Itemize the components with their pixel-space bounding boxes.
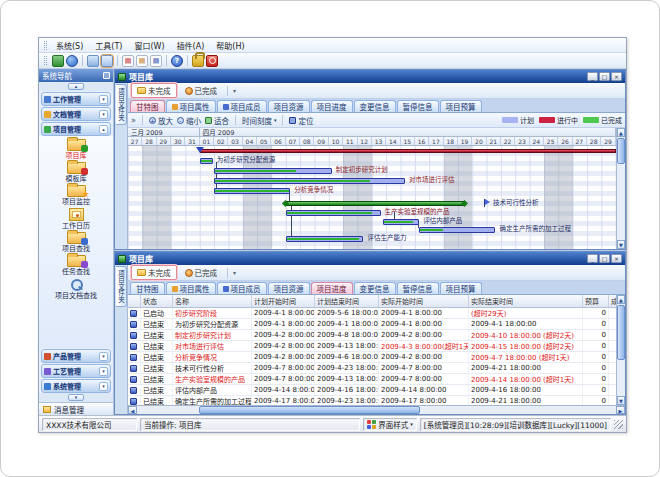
table-tab-变更信息[interactable]: 变更信息 (354, 282, 396, 294)
sidebar-item-模板库[interactable]: 模板库 (66, 162, 87, 183)
gantt-filter-tab-已完成[interactable]: 已完成 (180, 84, 223, 97)
table-row[interactable]: 已结束对市场进行评估2009-4-2 8:00:002009-4-13 18:0… (128, 341, 616, 352)
gantt-tab-变更信息[interactable]: 变更信息 (354, 100, 396, 112)
scroll-left-arrow[interactable]: ◀ (128, 406, 137, 414)
table-row[interactable]: 已结束技术可行性分析2009-4-7 8:00:002009-4-23 18:0… (128, 363, 616, 374)
gantt-bar-task[interactable] (200, 158, 213, 164)
column-header-实际结束时间[interactable]: 实际结束时间 (469, 295, 583, 307)
table-horizontal-scrollbar[interactable]: ◀ ▶ (128, 405, 625, 414)
column-header-预算[interactable]: 预算 (583, 295, 609, 307)
column-header-成[interactable]: 成 (609, 295, 616, 307)
scroll-thumb[interactable] (617, 305, 625, 360)
table-tab-项目属性[interactable]: 项目属性 (166, 282, 216, 294)
menu-item-系统(S)[interactable]: 系统(S) (50, 40, 89, 51)
sidebar-group-项目管理[interactable]: 项目管理▴ (41, 122, 111, 136)
menu-item-工具(T)[interactable]: 工具(T) (89, 40, 128, 51)
gantt-tab-项目预算[interactable]: 项目预算 (440, 100, 482, 112)
column-header-名称[interactable]: 名称 (173, 295, 252, 307)
sidebar-tab-message-manager[interactable]: 消息管理 (39, 402, 113, 415)
gantt-tab-暂停信息[interactable]: 暂停信息 (397, 100, 439, 112)
table-row[interactable]: 已结束确定生产所需的加工过程2009-4-17 8:00:002009-4-23… (128, 396, 616, 405)
table-tab-项目进度[interactable]: 项目进度 (311, 282, 353, 294)
scroll-down-arrow[interactable]: ▼ (617, 396, 625, 405)
new-window-icon[interactable] (52, 55, 64, 67)
resize-grip[interactable] (614, 420, 623, 429)
chevron-down-icon[interactable]: ▾ (99, 367, 108, 376)
sidebar-item-项目监控[interactable]: ★项目监控 (62, 185, 90, 206)
gantt-chart[interactable]: 为初步研究分配资源制定初步研究计划对市场进行评估分析竞争情况技术可行性分析生产实… (128, 146, 616, 249)
gantt-bar-task[interactable] (419, 227, 495, 233)
sidebar-group-系统管理[interactable]: 系统管理▾ (41, 379, 111, 393)
sidebar-item-任务查找[interactable]: 任务查找 (62, 255, 90, 276)
gantt-tab-项目属性[interactable]: 项目属性 (166, 100, 216, 112)
scroll-thumb[interactable] (617, 138, 625, 164)
report-orange-icon[interactable]: ▤ (136, 55, 148, 67)
web-icon[interactable] (66, 55, 78, 67)
table-row[interactable]: 已启动初步研究阶段2009-4-1 8:00:002009-5-6 18:00:… (128, 308, 616, 319)
report-red-icon[interactable]: ▤ (122, 55, 134, 67)
menu-item-窗口(W)[interactable]: 窗口(W) (128, 40, 170, 51)
sidebar-expand-button[interactable]: ▾ (68, 394, 84, 401)
gantt-tab-项目资源[interactable]: 项目资源 (268, 100, 310, 112)
table-tab-甘特图[interactable]: 甘特图 (130, 282, 165, 294)
ui-style-selector[interactable]: 界面样式 ▾ (363, 418, 417, 431)
sidebar-group-文档管理[interactable]: 文档管理▾ (41, 107, 111, 121)
sidebar-item-项目文档查找[interactable]: 项目文档查找 (55, 278, 97, 300)
sidebar-item-工作日历[interactable]: 工作日历 (62, 208, 90, 230)
folder-icon[interactable] (87, 55, 99, 67)
gantt-vertical-scrollbar[interactable]: ▲ ▼ (616, 128, 625, 249)
chevron-down-icon[interactable]: ▾ (99, 110, 108, 119)
chevron-up-icon[interactable]: ▴ (99, 125, 108, 134)
column-header-计划开始时间[interactable]: 计划开始时间 (252, 295, 315, 307)
table-row[interactable]: 已结束生产实验室规模的产品2009-4-7 8:00:002009-4-13 1… (128, 374, 616, 385)
restore-button[interactable]: □ (599, 72, 610, 81)
table-row[interactable]: 已结束评估内部产品2009-4-14 8:00:002009-4-16 18:0… (128, 385, 616, 396)
scroll-up-arrow[interactable]: ▲ (617, 128, 625, 137)
minimize-button[interactable]: _ (587, 254, 598, 263)
close-button[interactable]: × (611, 254, 622, 263)
lock-icon[interactable] (192, 55, 204, 67)
table-vertical-scrollbar[interactable]: ▲ ▼ (616, 295, 625, 405)
sidebar-group-产品管理[interactable]: 产品管理▾ (41, 349, 111, 363)
restore-button[interactable]: □ (599, 254, 610, 263)
pin-icon[interactable] (103, 72, 110, 79)
gantt-bar-task[interactable] (286, 210, 381, 216)
table-filter-tab-已完成[interactable]: 已完成 (180, 266, 223, 279)
table-tab-暂停信息[interactable]: 暂停信息 (397, 282, 439, 294)
report-blue-icon[interactable]: ▤ (150, 55, 162, 67)
gantt-folder-tab[interactable]: 项目文件夹 (116, 84, 127, 125)
locate-button[interactable]: 定位 (289, 115, 313, 126)
sidebar-group-工艺管理[interactable]: 工艺管理▾ (41, 364, 111, 378)
overflow-chevron-icon[interactable]: ▾ (233, 269, 236, 276)
gantt-tab-甘特图[interactable]: 甘特图 (130, 100, 165, 112)
zoom-out-button[interactable]: -缩小 (177, 115, 201, 126)
overflow-chevron-icon[interactable]: ▾ (233, 87, 236, 94)
sidebar-item-项目库[interactable]: 项目库 (66, 139, 87, 160)
gantt-tab-项目进度[interactable]: 项目进度 (311, 100, 353, 112)
table-row[interactable]: 已结束为初步研究分配资源2009-4-1 8:00:002009-4-1 18:… (128, 319, 616, 330)
gantt-bar-task[interactable] (214, 168, 332, 174)
gantt-tab-项目成员[interactable]: 项目成员 (217, 100, 267, 112)
scroll-up-arrow[interactable]: ▲ (617, 295, 625, 304)
table-folder-tab[interactable]: 项目文件夹 (116, 266, 127, 307)
table-tab-项目成员[interactable]: 项目成员 (217, 282, 267, 294)
fit-button[interactable]: 适合 (205, 115, 229, 126)
gantt-bar-task[interactable] (383, 219, 419, 225)
minimize-button[interactable]: _ (587, 72, 598, 81)
scroll-right-arrow[interactable]: ▶ (616, 406, 625, 414)
column-header-计划结束时间[interactable]: 计划结束时间 (315, 295, 379, 307)
gantt-bar-task[interactable] (214, 188, 290, 194)
column-header-实际开始时间[interactable]: 实际开始时间 (379, 295, 469, 307)
scroll-thumb[interactable] (199, 406, 419, 414)
gantt-filter-tab-未完成[interactable]: 未完成 (131, 83, 177, 98)
help-icon[interactable]: ? (171, 55, 183, 67)
menu-item-帮助(H)[interactable]: 帮助(H) (210, 40, 250, 51)
time-scale-button[interactable]: 时间刻度▾ (242, 115, 277, 126)
table-row[interactable]: 已结束分析竞争情况2009-4-2 8:00:002009-4-6 18:00:… (128, 352, 616, 363)
folder-open-icon[interactable] (101, 55, 113, 67)
table-tab-项目预算[interactable]: 项目预算 (440, 282, 482, 294)
close-button[interactable]: × (611, 72, 622, 81)
gantt-bar-task[interactable] (214, 178, 405, 184)
menu-grip[interactable] (44, 41, 47, 50)
sidebar-item-项目查找[interactable]: 项目查找 (62, 232, 90, 253)
